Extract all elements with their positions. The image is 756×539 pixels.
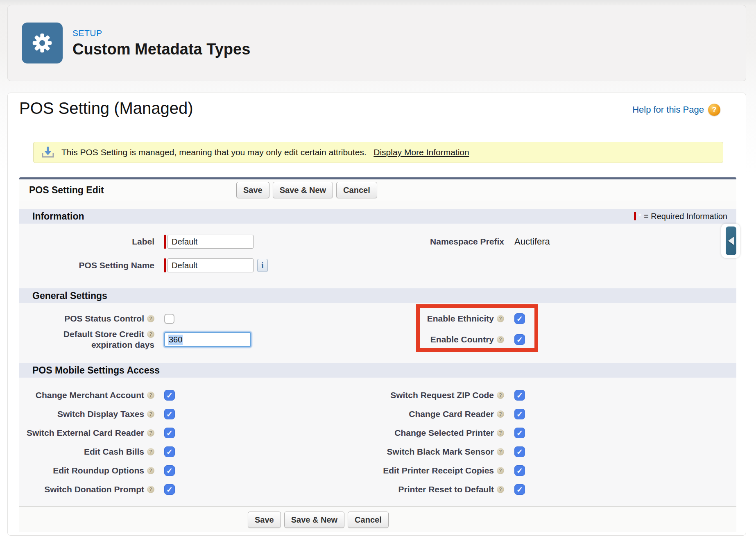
mobile-settings-body: Change Merchant Account ? ✓ Switch Reque… [19,378,736,506]
mobile-left-cell: ✓ [154,465,367,476]
form-row: Default Store Credit ? expiration days 3… [19,328,736,351]
header-gap [19,201,736,209]
help-icon[interactable]: ? [497,467,504,474]
form-row: POS Status Control ? Enable Ethnicity ? … [19,310,736,328]
printer-reset-to-default-checkbox[interactable]: ✓ [514,484,525,495]
label-field-label: Label [19,237,154,247]
mobile-right-label: Switch Black Mark Sensor ? [367,447,504,457]
mobile-right-label: Change Selected Printer ? [367,428,504,438]
label-text: Switch Donation Prompt [44,485,144,494]
store-credit-input[interactable]: 360 [164,332,251,347]
change-card-reader-checkbox[interactable]: ✓ [514,409,525,419]
label-text: Change Card Reader [409,409,494,419]
pos-setting-name-input[interactable] [167,258,254,272]
pos-setting-edit-table: POS Setting Edit Save Save & New Cancel … [19,177,736,532]
mobile-settings-band: POS Mobile Settings Access [19,363,736,378]
help-icon[interactable]: ? [147,429,154,437]
mobile-right-label: Edit Printer Receipt Copies ? [367,466,504,476]
edit-section-title: POS Setting Edit [19,185,104,196]
required-bar-icon [164,258,166,272]
help-icon[interactable]: ? [147,410,154,418]
help-icon[interactable]: ? [147,467,154,474]
change-selected-printer-checkbox[interactable]: ✓ [514,428,525,438]
mobile-left-label: Switch Donation Prompt ? [19,485,154,494]
setup-eyebrow: SETUP [72,28,250,38]
default-store-credit-label: Default Store Credit ? expiration days [19,329,154,350]
store-credit-value: 360 [168,335,183,345]
label-field-control [154,235,367,249]
edit-roundup-options-checkbox[interactable]: ✓ [164,465,175,476]
required-bar-icon [634,212,636,220]
help-icon[interactable]: ? [497,392,504,399]
download-icon [41,145,55,159]
pos-setting-name-label: POS Setting Name [19,260,154,270]
form-row: Edit Cash Bills ? ✓ Switch Black Mark Se… [19,444,736,460]
enable-ethnicity-label: Enable Ethnicity ? [367,314,504,324]
help-icon[interactable]: ? [497,448,504,455]
help-icon[interactable]: ? [497,410,504,418]
label-line1: Default Store Credit ? [63,329,154,339]
edit-cash-bills-checkbox[interactable]: ✓ [164,446,175,457]
switch-request-zip-code-checkbox[interactable]: ✓ [514,390,525,401]
help-icon[interactable]: ? [497,336,504,343]
label-text: Switch External Card Reader [27,428,144,438]
switch-donation-prompt-checkbox[interactable]: ✓ [164,484,175,495]
mobile-right-cell: ✓ [504,465,736,476]
required-asterisk: * [638,212,641,221]
information-band: Information * = Required Information [19,209,736,224]
sidebar-collapse-handle[interactable] [721,224,740,258]
collapse-tab[interactable] [726,226,736,255]
label-text: Change Merchant Account [36,390,144,400]
info-icon[interactable]: i [257,259,268,272]
banner-text: This POS Setting is managed, meaning tha… [61,147,469,157]
change-merchant-account-checkbox[interactable]: ✓ [164,390,175,401]
label-text: Edit Cash Bills [84,447,144,457]
gear-tile [22,23,63,63]
label-input[interactable] [167,235,254,249]
mobile-left-cell: ✓ [154,428,367,438]
pos-setting-name-control: i [154,258,367,272]
help-question-icon[interactable]: ? [708,104,720,116]
switch-display-taxes-checkbox[interactable]: ✓ [164,409,175,419]
help-icon[interactable]: ? [147,315,154,322]
help-icon[interactable]: ? [497,429,504,437]
save-button[interactable]: Save [236,182,269,198]
switch-external-card-reader-checkbox[interactable]: ✓ [164,428,175,438]
label-text: Printer Reset to Default [398,485,494,494]
mobile-right-cell: ✓ [504,446,736,457]
help-icon[interactable]: ? [147,486,154,493]
help-icon[interactable]: ? [147,448,154,455]
label-text: Switch Black Mark Sensor [387,447,494,457]
required-legend: * = Required Information [634,212,727,221]
managed-info-banner: This POS Setting is managed, meaning tha… [33,142,723,163]
mobile-left-label: Edit Cash Bills ? [19,447,154,457]
enable-country-label: Enable Country ? [367,335,504,344]
save-and-new-button[interactable]: Save & New [284,512,344,528]
cancel-button[interactable]: Cancel [348,512,389,528]
enable-ethnicity-checkbox[interactable]: ✓ [514,313,525,324]
help-link[interactable]: Help for this Page [632,104,704,115]
label-text: Switch Request ZIP Code [390,390,494,400]
edit-printer-receipt-copies-checkbox[interactable]: ✓ [514,465,525,476]
help-icon[interactable]: ? [497,315,504,322]
help-icon[interactable]: ? [147,331,154,338]
mobile-right-cell: ✓ [504,409,736,419]
display-more-info-link[interactable]: Display More Information [373,147,469,157]
mobile-right-cell: ✓ [504,428,736,438]
label-text: Change Selected Printer [394,428,494,438]
enable-ethnicity-cell: ✓ [504,313,736,324]
help-icon[interactable]: ? [497,486,504,493]
mobile-right-label: Change Card Reader ? [367,409,504,419]
enable-country-checkbox[interactable]: ✓ [514,334,525,345]
save-and-new-button[interactable]: Save & New [273,182,333,198]
form-row: Switch External Card Reader ? ✓ Change S… [19,425,736,441]
pos-status-control-checkbox[interactable] [164,314,174,324]
label-text: Edit Printer Receipt Copies [383,466,494,476]
save-button[interactable]: Save [248,512,281,528]
information-heading: Information [32,211,84,222]
cancel-button[interactable]: Cancel [336,182,377,198]
help-icon[interactable]: ? [147,392,154,399]
mobile-right-cell: ✓ [504,390,736,401]
mobile-left-label: Edit Roundup Options ? [19,466,154,476]
switch-black-mark-sensor-checkbox[interactable]: ✓ [514,446,525,457]
